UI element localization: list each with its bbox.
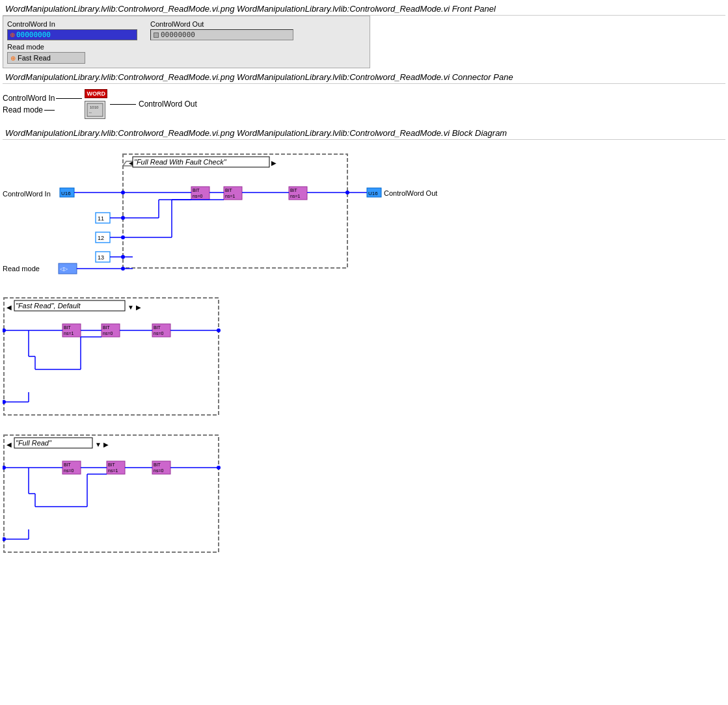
- svg-text:"Fast Read", Default: "Fast Read", Default: [16, 302, 81, 310]
- svg-text:BIT: BIT: [154, 325, 161, 330]
- svg-text:U16: U16: [368, 191, 378, 196]
- controlword-in-value: 00000000: [16, 31, 51, 39]
- svg-text:"Full Read With Fault Check": "Full Read With Fault Check": [134, 158, 227, 166]
- page-wrapper: WordManipulationLibrary.lvlib:Controlwor…: [0, 0, 728, 571]
- vi-icon-block: 1010 ↔: [85, 101, 105, 119]
- connector-center-block: WORD 1010 ↔: [85, 89, 107, 119]
- svg-rect-57: [4, 298, 219, 415]
- conn-rm-label: Read mode: [3, 105, 43, 114]
- read-mode-label: Read mode: [7, 43, 366, 51]
- svg-text:▼: ▼: [95, 441, 101, 448]
- svg-text:BIT: BIT: [103, 325, 111, 330]
- case2-container: ◀ "Fast Read", Default ▼ ▶ BIT ns=1 BIT …: [3, 291, 725, 423]
- conn-cw-out-label: ControlWord Out: [139, 100, 197, 109]
- block-diagram-title: WordManipulationLibrary.lvlib:Controlwor…: [3, 127, 725, 140]
- svg-text:ControlWord Out: ControlWord Out: [384, 189, 437, 197]
- svg-text:ns=0: ns=0: [103, 331, 113, 336]
- svg-text:11: 11: [98, 215, 104, 222]
- svg-text:U16: U16: [61, 191, 71, 196]
- svg-point-109: [217, 466, 221, 470]
- svg-text:1010: 1010: [90, 105, 99, 109]
- conn-line-1: [56, 98, 82, 99]
- fp-controls-row: ControlWord In ⊕ 00000000 ControlWord Ou…: [7, 20, 366, 40]
- conn-line-right: [110, 104, 136, 105]
- controlword-in-conn: ControlWord In: [3, 94, 82, 103]
- svg-text:BIT: BIT: [193, 188, 200, 193]
- block-diagram-content: ◀ "Full Read With Fault Check" ▶ Control…: [3, 140, 725, 568]
- conn-cw-in-label: ControlWord In: [3, 94, 55, 103]
- svg-text:ns=0: ns=0: [154, 331, 163, 336]
- svg-text:BIT: BIT: [64, 325, 72, 330]
- svg-text:◀: ◀: [7, 304, 12, 311]
- case2-svg: ◀ "Fast Read", Default ▼ ▶ BIT ns=1 BIT …: [3, 291, 224, 421]
- connector-diagram: ControlWord In Read mode WORD 1010 ↔: [3, 89, 725, 119]
- svg-text:▼: ▼: [128, 304, 134, 311]
- svg-text:BIT: BIT: [154, 462, 161, 467]
- case1-container: ◀ "Full Read With Fault Check" ▶ Control…: [3, 148, 725, 286]
- word-block: WORD: [85, 89, 107, 98]
- controlword-out-input: 00000000: [150, 29, 293, 40]
- controlword-out-value: 00000000: [161, 31, 195, 39]
- svg-rect-88: [4, 435, 219, 552]
- controlword-out-group: ControlWord Out 00000000: [150, 20, 293, 40]
- svg-text:Read mode: Read mode: [3, 265, 40, 273]
- read-mode-value: Fast Read: [18, 54, 51, 62]
- controlword-out-label: ControlWord Out: [150, 20, 293, 28]
- svg-text:◁▷: ◁▷: [60, 266, 68, 272]
- read-mode-section: Read mode ⊕ Fast Read: [7, 43, 366, 64]
- read-mode-icon: ⊕: [10, 55, 16, 62]
- svg-text:ns=1: ns=1: [225, 194, 235, 198]
- read-mode-dropdown[interactable]: ⊕ Fast Read: [7, 52, 85, 64]
- svg-text:ns=1: ns=1: [290, 194, 300, 198]
- svg-text:13: 13: [98, 254, 104, 261]
- svg-text:▶: ▶: [103, 441, 109, 448]
- case3-container: ◀ "Full Read" ▼ ▶ BIT ns=0 BIT ns=1 BIT …: [3, 429, 725, 561]
- svg-text:ns=0: ns=0: [193, 194, 202, 198]
- controlword-in-icon: ⊕: [10, 31, 15, 38]
- svg-text:▶: ▶: [271, 159, 276, 166]
- front-panel-content: ControlWord In ⊕ 00000000 ControlWord Ou…: [3, 16, 370, 68]
- connector-pane-title: WordManipulationLibrary.lvlib:Controlwor…: [3, 71, 725, 84]
- controlword-in-group: ControlWord In ⊕ 00000000: [7, 20, 137, 40]
- svg-text:ns=1: ns=1: [64, 331, 74, 336]
- case3-svg: ◀ "Full Read" ▼ ▶ BIT ns=0 BIT ns=1 BIT …: [3, 429, 224, 559]
- svg-text:ns=1: ns=1: [108, 468, 118, 473]
- conn-line-2: [44, 110, 55, 111]
- connector-left-labels: ControlWord In Read mode: [3, 94, 82, 114]
- svg-text:"Full Read": "Full Read": [16, 439, 52, 447]
- svg-text:ns=0: ns=0: [64, 468, 74, 473]
- read-mode-conn: Read mode: [3, 105, 82, 114]
- connector-pane-content: ControlWord In Read mode WORD 1010 ↔: [3, 84, 725, 124]
- svg-text:ns=0: ns=0: [154, 468, 163, 473]
- svg-text:BIT: BIT: [290, 188, 298, 193]
- svg-rect-3: [123, 154, 347, 268]
- svg-text:BIT: BIT: [108, 462, 116, 467]
- front-panel-title: WordManipulationLibrary.lvlib:Controlwor…: [3, 3, 725, 16]
- case1-svg: ◀ "Full Read With Fault Check" ▶ Control…: [3, 148, 471, 284]
- vi-icon-svg: 1010 ↔: [86, 102, 104, 118]
- svg-text:▶: ▶: [136, 304, 141, 311]
- svg-text:◀: ◀: [7, 441, 12, 448]
- svg-text:↔: ↔: [88, 111, 92, 114]
- svg-text:BIT: BIT: [225, 188, 233, 193]
- svg-text:ControlWord In: ControlWord In: [3, 190, 51, 198]
- controlword-out-icon: [154, 33, 159, 38]
- svg-point-78: [217, 328, 221, 332]
- controlword-in-input[interactable]: ⊕ 00000000: [7, 29, 137, 40]
- svg-text:BIT: BIT: [64, 462, 72, 467]
- svg-text:12: 12: [98, 235, 104, 241]
- controlword-in-label: ControlWord In: [7, 20, 137, 28]
